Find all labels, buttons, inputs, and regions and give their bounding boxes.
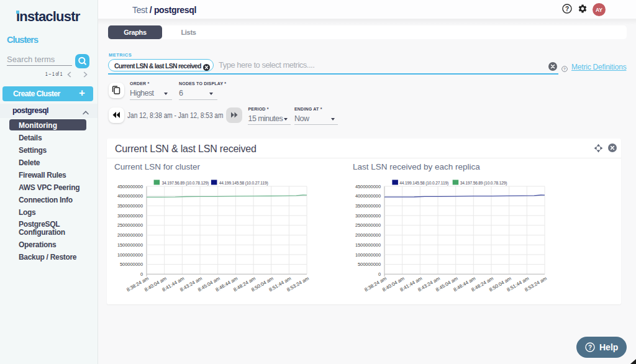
svg-text:?: ? [565,6,569,12]
svg-text:3500000000: 3500000000 [117,203,143,209]
svg-text:3500000000: 3500000000 [355,203,381,209]
svg-text:?: ? [588,344,592,351]
svg-text:4500000000: 4500000000 [355,184,381,189]
svg-text:1000000000: 1000000000 [355,252,381,258]
svg-text:2500000000: 2500000000 [117,222,143,228]
svg-text:4000000000: 4000000000 [117,193,143,199]
svg-text:3000000000: 3000000000 [117,213,143,219]
svg-text:34.197.56.89 (10.0.78.129): 34.197.56.89 (10.0.78.129) [460,181,507,186]
svg-text:4000000000: 4000000000 [355,193,381,199]
svg-text:0: 0 [378,271,381,277]
svg-text:0: 0 [140,271,143,277]
svg-text:2000000000: 2000000000 [117,232,143,238]
svg-text:2500000000: 2500000000 [355,222,381,228]
svg-text:1500000000: 1500000000 [117,242,143,248]
svg-text:3000000000: 3000000000 [355,213,381,219]
svg-text:2000000000: 2000000000 [355,232,381,238]
svg-text:500000000: 500000000 [358,262,381,267]
svg-text:34.197.56.89 (10.0.78.129): 34.197.56.89 (10.0.78.129) [162,181,209,186]
svg-text:44.199.145.58 (10.0.27.119): 44.199.145.58 (10.0.27.119) [219,181,268,186]
svg-text:1000000000: 1000000000 [117,252,143,258]
svg-text:1500000000: 1500000000 [355,242,381,248]
svg-text:?: ? [563,66,566,71]
svg-text:4500000000: 4500000000 [117,184,143,189]
svg-text:500000000: 500000000 [120,262,143,267]
svg-text:44.199.145.58 (10.0.27.119): 44.199.145.58 (10.0.27.119) [399,181,448,186]
